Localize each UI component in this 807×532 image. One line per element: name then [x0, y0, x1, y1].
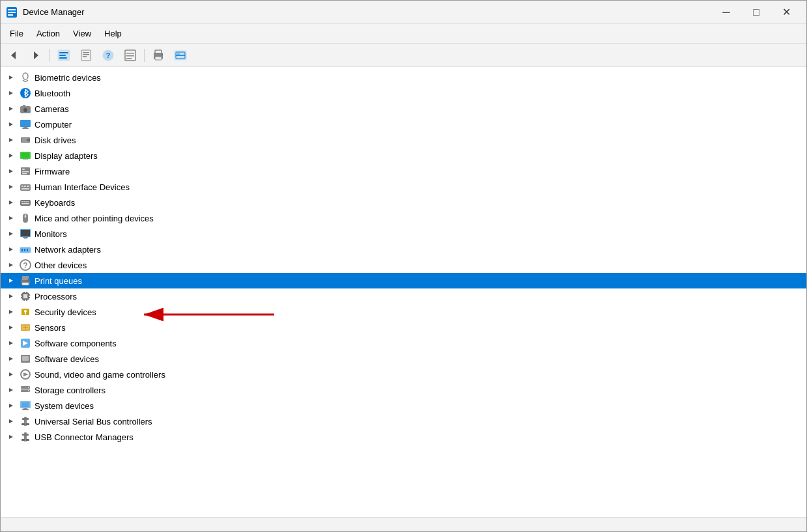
expand-icon[interactable]	[6, 416, 16, 427]
tree-item-software-components[interactable]: Software components	[1, 335, 806, 351]
expand-icon[interactable]	[6, 322, 16, 333]
forward-button[interactable]	[25, 46, 46, 64]
tree-item-universal-serial-bus-controllers[interactable]: Universal Serial Bus controllers	[1, 413, 806, 429]
tree-item-print-queues[interactable]: Print queues	[1, 273, 806, 288]
expand-icon[interactable]	[6, 119, 16, 130]
expand-icon[interactable]	[6, 291, 16, 301]
tree-item-system-devices[interactable]: System devices	[1, 398, 806, 413]
expand-icon[interactable]	[6, 166, 16, 176]
svg-rect-22	[155, 57, 162, 60]
svg-rect-1	[8, 9, 16, 10]
menu-file[interactable]: File	[3, 26, 30, 41]
scan-button[interactable]	[170, 46, 191, 64]
svg-rect-87	[22, 283, 29, 285]
expand-icon[interactable]	[6, 213, 16, 223]
svg-rect-53	[22, 173, 27, 175]
menu-action[interactable]: Action	[30, 26, 66, 41]
svg-rect-114	[22, 356, 29, 361]
svg-marker-100	[9, 310, 13, 314]
expand-icon[interactable]	[6, 275, 16, 286]
svg-rect-35	[23, 105, 25, 107]
device-icon	[19, 196, 32, 209]
tree-item-biometric-devices[interactable]: Biometric devices	[1, 70, 806, 85]
expand-icon[interactable]	[6, 150, 16, 161]
status-bar	[1, 517, 806, 531]
tree-item-computer[interactable]: Computer	[1, 117, 806, 132]
expand-icon[interactable]	[6, 354, 16, 364]
svg-rect-66	[21, 203, 29, 204]
expand-icon[interactable]	[6, 229, 16, 239]
svg-rect-73	[21, 230, 30, 236]
svg-marker-89	[9, 294, 13, 298]
svg-rect-61	[20, 200, 31, 206]
back-button[interactable]	[3, 46, 24, 64]
svg-rect-131	[21, 423, 25, 425]
tree-item-other-devices[interactable]: ?Other devices	[1, 257, 806, 273]
device-label: USB Connector Managers	[35, 432, 134, 442]
maximize-button[interactable]: □	[741, 2, 771, 23]
properties-button[interactable]	[76, 46, 96, 64]
svg-rect-17	[126, 53, 134, 54]
svg-marker-4	[11, 51, 16, 59]
svg-rect-12	[83, 54, 89, 55]
expand-icon[interactable]	[6, 182, 16, 192]
svg-marker-109	[9, 341, 13, 345]
svg-rect-62	[21, 201, 23, 203]
toolbar: ?	[1, 44, 806, 67]
svg-rect-59	[21, 188, 29, 189]
tree-item-disk-drives[interactable]: Disk drives	[1, 132, 806, 148]
toolbar-separator-2	[144, 49, 145, 62]
svg-rect-56	[21, 186, 23, 187]
close-button[interactable]: ✕	[771, 2, 801, 23]
svg-rect-11	[83, 52, 89, 53]
tree-item-firmware[interactable]: Firmware	[1, 163, 806, 179]
expand-icon[interactable]	[6, 369, 16, 380]
tree-item-display-adapters[interactable]: Display adapters	[1, 148, 806, 163]
device-icon	[19, 321, 32, 334]
tree-item-processors[interactable]: Processors	[1, 288, 806, 304]
svg-rect-52	[22, 171, 29, 173]
tree-item-bluetooth[interactable]: Bluetooth	[1, 85, 806, 101]
expand-icon[interactable]	[6, 244, 16, 255]
expand-icon[interactable]	[6, 135, 16, 145]
menu-help[interactable]: Help	[98, 26, 128, 41]
svg-point-122	[28, 390, 29, 391]
svg-marker-30	[9, 91, 13, 95]
expand-icon[interactable]	[6, 88, 16, 98]
svg-marker-36	[9, 122, 13, 126]
expand-icon[interactable]	[6, 72, 16, 83]
tree-item-sensors[interactable]: Sensors	[1, 320, 806, 335]
expand-icon[interactable]	[6, 197, 16, 208]
device-icon	[19, 118, 32, 131]
tree-item-security-devices[interactable]: Security devices	[1, 304, 806, 320]
menu-view[interactable]: View	[66, 26, 98, 41]
collapse-button[interactable]	[120, 46, 141, 64]
print-button[interactable]	[148, 46, 169, 64]
tree-item-storage-controllers[interactable]: Storage controllers	[1, 382, 806, 398]
expand-icon[interactable]	[6, 385, 16, 395]
expand-icon[interactable]	[6, 260, 16, 270]
tree-item-sound,-video-and-game-controllers[interactable]: Sound, video and game controllers	[1, 367, 806, 382]
expand-icon[interactable]	[6, 307, 16, 317]
tree-item-mice-and-other-pointing-devices[interactable]: Mice and other pointing devices	[1, 210, 806, 226]
svg-rect-48	[23, 160, 28, 160]
device-tree[interactable]: Biometric devicesBluetoothCamerasCompute…	[1, 67, 806, 517]
tree-item-network-adapters[interactable]: Network adapters	[1, 242, 806, 257]
device-tree-button[interactable]	[53, 46, 74, 64]
tree-item-software-devices[interactable]: Software devices	[1, 351, 806, 367]
help-button[interactable]: ?	[98, 46, 119, 64]
expand-icon[interactable]	[6, 400, 16, 411]
tree-item-keyboards[interactable]: Keyboards	[1, 195, 806, 210]
tree-item-usb-connector-managers[interactable]: USB Connector Managers	[1, 429, 806, 445]
svg-marker-84	[9, 279, 13, 283]
device-icon	[19, 180, 32, 193]
svg-rect-47	[21, 153, 29, 158]
svg-rect-80	[27, 249, 28, 251]
expand-icon[interactable]	[6, 338, 16, 348]
tree-item-cameras[interactable]: Cameras	[1, 101, 806, 117]
tree-item-human-interface-devices[interactable]: Human Interface Devices	[1, 179, 806, 195]
tree-item-monitors[interactable]: Monitors	[1, 226, 806, 242]
expand-icon[interactable]	[6, 432, 16, 442]
expand-icon[interactable]	[6, 104, 16, 114]
minimize-button[interactable]: ─	[711, 2, 741, 23]
